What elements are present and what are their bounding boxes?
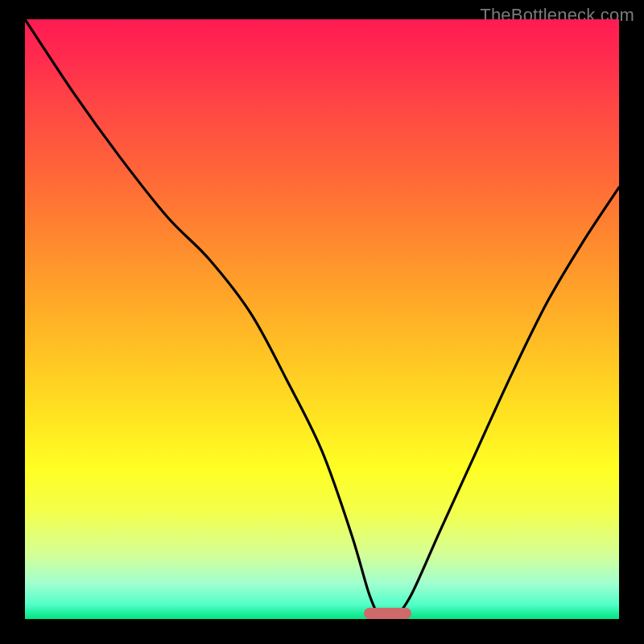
chart-area bbox=[25, 19, 619, 619]
optimal-marker bbox=[364, 608, 411, 619]
bottleneck-curve bbox=[25, 19, 619, 619]
curve-path bbox=[25, 19, 619, 619]
